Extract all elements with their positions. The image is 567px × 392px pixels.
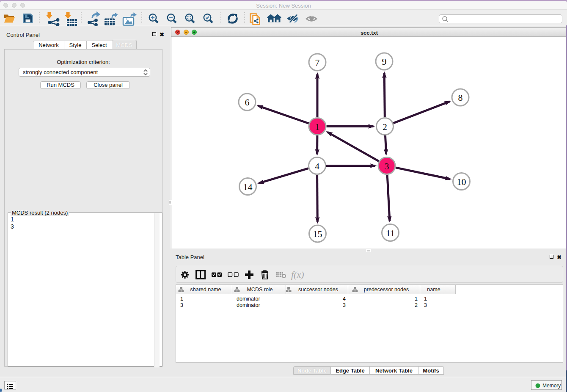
- svg-text:dominator: dominator: [237, 296, 260, 302]
- svg-text:15: 15: [313, 229, 322, 239]
- svg-text:1: 1: [315, 121, 320, 132]
- svg-text:1: 1: [424, 296, 427, 302]
- svg-text:3: 3: [180, 302, 183, 308]
- svg-text:name: name: [427, 287, 440, 293]
- svg-text:3: 3: [343, 302, 346, 308]
- svg-text:f(x): f(x): [291, 269, 304, 280]
- svg-text:3: 3: [424, 302, 427, 308]
- svg-text:14: 14: [243, 182, 253, 192]
- svg-text:2: 2: [383, 121, 387, 132]
- svg-text:successor nodes: successor nodes: [298, 287, 338, 293]
- svg-text:9: 9: [382, 56, 387, 67]
- svg-text:4: 4: [315, 161, 319, 171]
- svg-text:MCDS role: MCDS role: [247, 287, 272, 293]
- svg-text:dominator: dominator: [237, 302, 260, 308]
- svg-text:shared name: shared name: [190, 287, 221, 293]
- svg-text:6: 6: [245, 97, 250, 108]
- svg-text:2: 2: [415, 302, 418, 308]
- svg-text:8: 8: [458, 92, 463, 103]
- svg-text:10: 10: [457, 177, 466, 187]
- svg-text:11: 11: [386, 228, 395, 238]
- svg-text:predecessor nodes: predecessor nodes: [364, 287, 409, 293]
- svg-text:1: 1: [415, 296, 418, 302]
- svg-text:7: 7: [315, 57, 320, 68]
- svg-text:4: 4: [343, 296, 346, 302]
- svg-text:3: 3: [385, 161, 389, 171]
- svg-text:1: 1: [180, 296, 183, 302]
